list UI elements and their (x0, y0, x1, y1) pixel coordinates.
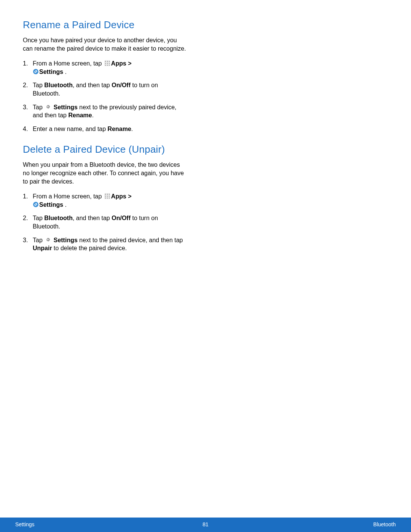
gear-icon (45, 237, 51, 243)
footer-page-number: 81 (202, 521, 209, 527)
step-4: Enter a new name, and tap Rename. (23, 125, 186, 133)
text: Tap (33, 82, 44, 88)
svg-point-2 (47, 106, 49, 107)
text: , and then tap (73, 82, 112, 88)
text: next to the paired device, and then tap (78, 237, 183, 243)
text: to delete the paired device. (52, 245, 127, 251)
step-3: Tap Settings next to the paired device, … (23, 236, 186, 252)
bold-settings: Settings (39, 69, 63, 75)
step-1: From a Home screen, tap Apps > Settings … (23, 59, 186, 76)
svg-point-5 (47, 239, 49, 240)
bold-rename: Rename (68, 112, 92, 118)
steps-unpair: From a Home screen, tap Apps > Settings … (23, 192, 186, 252)
page-footer: Settings 81 Bluetooth (0, 518, 411, 532)
apps-grid-icon (104, 60, 110, 66)
settings-gear-icon (33, 201, 39, 208)
text: , and then tap (73, 215, 112, 221)
heading-unpair: Delete a Paired Device (Unpair) (23, 144, 186, 155)
page: Rename a Paired Device Once you have pai… (0, 0, 411, 532)
text: Tap (33, 104, 44, 110)
svg-point-1 (35, 71, 36, 72)
settings-gear-icon (33, 69, 39, 75)
text-gt: > (126, 60, 132, 67)
footer-left: Settings (15, 521, 35, 527)
step-3: Tap Settings next to the previously pair… (23, 103, 186, 120)
bold-onoff: On/Off (112, 82, 131, 88)
text: Enter a new name, and tap (33, 126, 108, 132)
bold-onoff: On/Off (112, 215, 131, 221)
text: . (131, 126, 133, 132)
apps-grid-icon (104, 193, 110, 199)
footer-right: Bluetooth (373, 521, 396, 527)
bold-bluetooth: Bluetooth (44, 215, 73, 221)
step-2: Tap Bluetooth, and then tap On/Off to tu… (23, 81, 186, 97)
bold-rename: Rename (108, 126, 131, 132)
step-2: Tap Bluetooth, and then tap On/Off to tu… (23, 214, 186, 230)
bold-bluetooth: Bluetooth (44, 82, 73, 88)
text: Tap (33, 237, 44, 243)
bold-unpair: Unpair (33, 245, 52, 251)
text-period: . (63, 201, 67, 208)
step-1: From a Home screen, tap Apps > Settings … (23, 192, 186, 209)
bold-settings: Settings (54, 237, 78, 243)
text: From a Home screen, tap (33, 193, 104, 200)
text: From a Home screen, tap (33, 60, 104, 67)
bold-settings: Settings (54, 104, 78, 110)
text-gt: > (126, 193, 132, 200)
bold-settings: Settings (39, 201, 63, 208)
text: . (92, 112, 94, 118)
heading-rename: Rename a Paired Device (23, 19, 186, 31)
bold-apps: Apps (111, 60, 126, 67)
bold-apps: Apps (111, 193, 126, 200)
steps-rename: From a Home screen, tap Apps > Settings … (23, 59, 186, 133)
gear-icon (45, 104, 51, 110)
intro-unpair: When you unpair from a Bluetooth device,… (23, 161, 186, 185)
text: Tap (33, 215, 44, 221)
text-period: . (63, 69, 67, 75)
content-column: Rename a Paired Device Once you have pai… (23, 19, 186, 263)
svg-point-4 (35, 204, 36, 205)
intro-rename: Once you have paired your device to anot… (23, 36, 186, 53)
